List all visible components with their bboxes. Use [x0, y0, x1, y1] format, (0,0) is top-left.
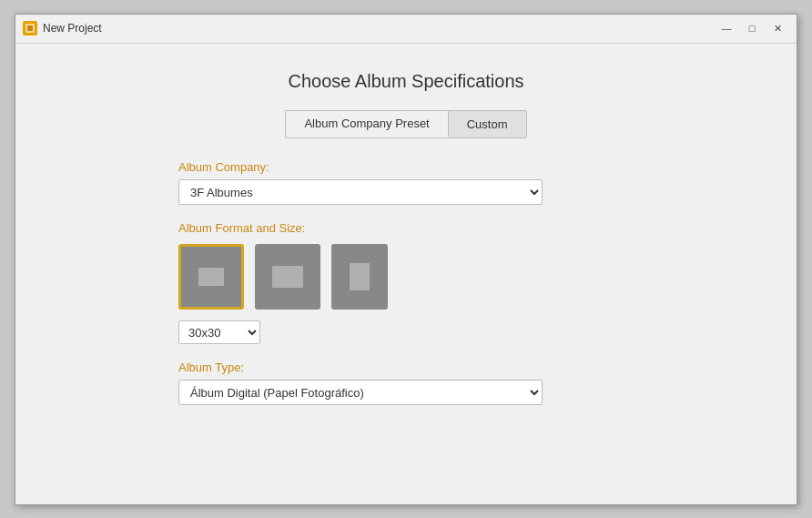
album-format-group: Album Format and Size:: [178, 221, 634, 344]
album-company-label: Album Company:: [178, 160, 634, 174]
maximize-button[interactable]: □: [740, 19, 764, 37]
format-icon-inner-landscape: [272, 266, 303, 288]
format-icon-portrait[interactable]: [331, 244, 388, 310]
album-company-select[interactable]: 3F Albumes Other Company: [178, 179, 543, 205]
main-window: New Project — □ ✕ Choose Album Specifica…: [15, 14, 797, 505]
size-select[interactable]: 30x30 20x20 40x40: [178, 320, 260, 344]
title-bar-controls: — □ ✕: [715, 19, 789, 37]
format-icon-inner-portrait: [350, 263, 370, 290]
album-company-group: Album Company: 3F Albumes Other Company: [178, 160, 634, 205]
tab-custom[interactable]: Custom: [449, 111, 526, 137]
album-type-select[interactable]: Álbum Digital (Papel Fotográfico) Other …: [178, 380, 543, 405]
window-content: Choose Album Specifications Album Compan…: [15, 44, 797, 504]
format-icon-square[interactable]: [178, 244, 244, 310]
form-section: Album Company: 3F Albumes Other Company …: [178, 160, 634, 422]
format-icon-landscape[interactable]: [255, 244, 320, 310]
app-icon: [23, 21, 37, 36]
format-icons-row: [178, 244, 634, 310]
title-bar: New Project — □ ✕: [15, 15, 797, 44]
title-bar-left: New Project: [23, 21, 102, 36]
album-type-group: Album Type: Álbum Digital (Papel Fotográ…: [178, 361, 634, 405]
album-type-label: Album Type:: [178, 361, 634, 374]
size-select-container: 30x30 20x20 40x40: [178, 320, 634, 344]
close-button[interactable]: ✕: [766, 19, 789, 37]
window-title: New Project: [43, 22, 102, 35]
page-heading: Choose Album Specifications: [288, 71, 523, 92]
tabs-container: Album Company Preset Custom: [285, 110, 526, 138]
svg-rect-1: [27, 25, 33, 31]
minimize-button[interactable]: —: [715, 19, 738, 37]
format-icon-inner-square: [198, 268, 224, 286]
album-format-label: Album Format and Size:: [178, 221, 634, 235]
tab-album-company-preset[interactable]: Album Company Preset: [286, 111, 448, 137]
